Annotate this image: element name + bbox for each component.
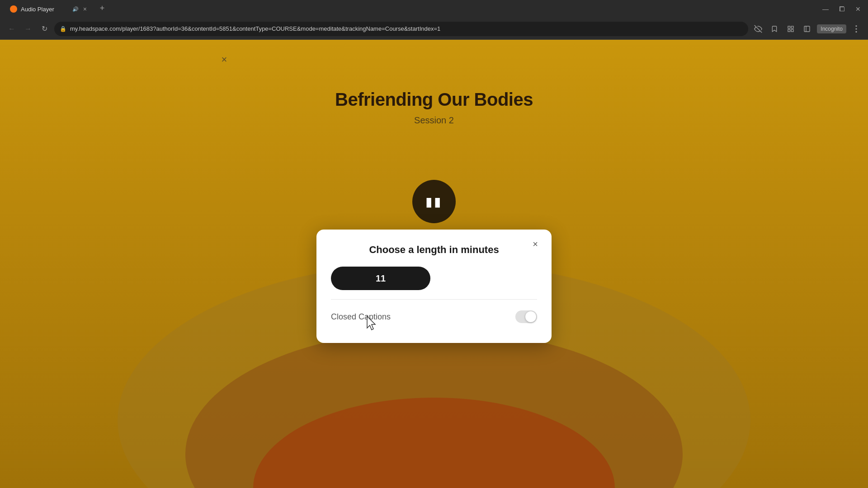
tab-audio-icon: 🔊 bbox=[72, 6, 79, 12]
modal-divider bbox=[331, 299, 537, 300]
svg-rect-3 bbox=[792, 29, 794, 32]
svg-rect-4 bbox=[788, 29, 790, 32]
sidebar-icon[interactable] bbox=[801, 23, 813, 35]
svg-rect-1 bbox=[788, 26, 790, 28]
reload-button[interactable]: ↻ bbox=[38, 23, 51, 35]
new-tab-button[interactable]: + bbox=[96, 2, 108, 14]
nav-actions: Incognito bbox=[752, 23, 863, 35]
menu-icon[interactable] bbox=[850, 23, 863, 35]
svg-point-8 bbox=[855, 28, 857, 29]
tab-favicon bbox=[10, 5, 17, 13]
settings-modal: × Choose a length in minutes 11 Closed C… bbox=[316, 230, 552, 343]
minimize-button[interactable]: — bbox=[819, 3, 832, 15]
page-content: × Befriending Our Bodies Session 2 ▮▮ × … bbox=[0, 40, 868, 488]
svg-point-7 bbox=[855, 25, 857, 27]
tab-close-button[interactable]: × bbox=[82, 5, 88, 14]
modal-close-button[interactable]: × bbox=[528, 237, 542, 251]
eye-slash-icon[interactable] bbox=[752, 23, 764, 35]
active-tab[interactable]: Audio Player 🔊 × bbox=[4, 1, 94, 17]
browser-frame: Audio Player 🔊 × + — ⧠ ✕ ← → ↻ 🔒 my.head… bbox=[0, 0, 868, 488]
modal-title: Choose a length in minutes bbox=[331, 244, 537, 256]
back-button[interactable]: ← bbox=[5, 23, 18, 35]
bookmark-icon[interactable] bbox=[768, 23, 781, 35]
nav-bar: ← → ↻ 🔒 my.headspace.com/player/1683?aut… bbox=[0, 18, 868, 40]
svg-rect-5 bbox=[804, 26, 810, 32]
duration-value: 11 bbox=[376, 273, 386, 284]
toggle-knob bbox=[525, 311, 536, 322]
page-close-button[interactable]: × bbox=[217, 52, 231, 67]
titlebar-controls: — ⧠ ✕ bbox=[819, 3, 864, 15]
address-text: my.headspace.com/player/1683?authorId=36… bbox=[70, 25, 743, 32]
captions-toggle[interactable] bbox=[515, 310, 537, 323]
forward-button[interactable]: → bbox=[22, 23, 34, 35]
window-close-button[interactable]: ✕ bbox=[852, 3, 864, 15]
maximize-button[interactable]: ⧠ bbox=[835, 3, 848, 15]
captions-label: Closed Captions bbox=[331, 312, 391, 322]
svg-rect-2 bbox=[792, 26, 794, 28]
session-subtitle: Session 2 bbox=[335, 115, 533, 126]
lock-icon: 🔒 bbox=[60, 26, 66, 32]
address-bar[interactable]: 🔒 my.headspace.com/player/1683?authorId=… bbox=[54, 22, 748, 36]
captions-row: Closed Captions bbox=[331, 309, 537, 325]
title-bar: Audio Player 🔊 × + — ⧠ ✕ bbox=[0, 0, 868, 18]
session-main-title: Befriending Our Bodies bbox=[335, 89, 533, 110]
session-info: Befriending Our Bodies Session 2 bbox=[335, 89, 533, 126]
extensions-icon[interactable] bbox=[784, 23, 797, 35]
incognito-badge: Incognito bbox=[817, 24, 846, 33]
svg-point-9 bbox=[855, 31, 857, 32]
tab-title: Audio Player bbox=[21, 6, 69, 13]
duration-button[interactable]: 11 bbox=[331, 267, 430, 290]
pause-button[interactable]: ▮▮ bbox=[412, 180, 456, 223]
pause-icon: ▮▮ bbox=[425, 194, 443, 209]
